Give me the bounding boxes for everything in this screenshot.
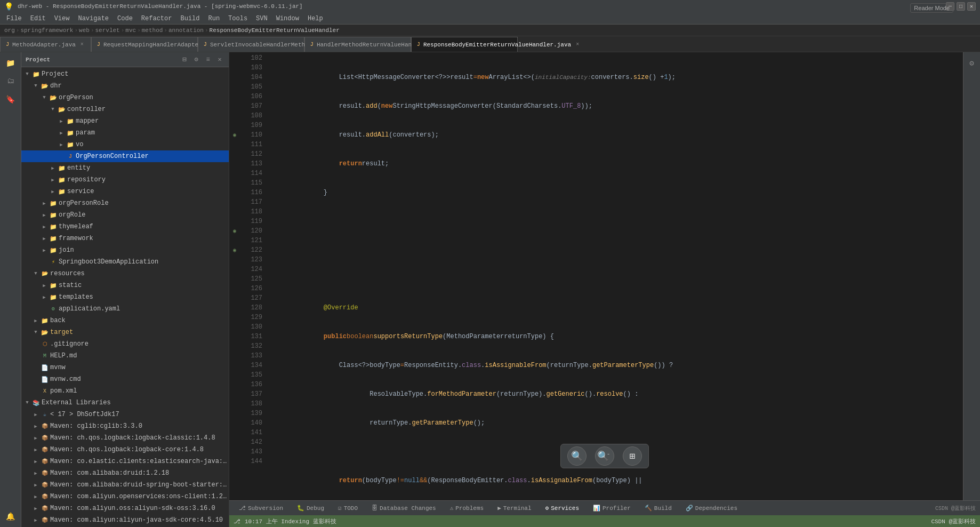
bookmarks-icon[interactable]: 🔖 bbox=[2, 91, 19, 108]
tree-item-maven-cglib[interactable]: 📦 Maven: cglib:cglib:3.3.0 bbox=[21, 420, 229, 432]
zoom-expand-button[interactable]: ⊞ bbox=[623, 446, 642, 466]
bottom-tab-todo[interactable]: ☑ TODO bbox=[333, 504, 363, 513]
tree-item-gitignore[interactable]: ⬡ .gitignore bbox=[21, 338, 229, 350]
tree-item-dhr[interactable]: 📂 dhr bbox=[21, 80, 229, 92]
bottom-tab-services[interactable]: ⚙ Services bbox=[540, 504, 584, 513]
tree-item-repository[interactable]: 📁 repository bbox=[21, 174, 229, 186]
tree-item-vo[interactable]: 📁 vo bbox=[21, 139, 229, 150]
sidebar-icon-close[interactable]: ✕ bbox=[215, 55, 224, 65]
tree-item-maven-druid[interactable]: 📦 Maven: com.alibaba:druid:1.2.18 bbox=[21, 467, 229, 479]
menu-navigate[interactable]: Navigate bbox=[74, 14, 113, 23]
menu-run[interactable]: Run bbox=[204, 14, 224, 23]
structure-icon[interactable]: 🗂 bbox=[2, 73, 19, 90]
bottom-tab-build[interactable]: 🔨 Build bbox=[639, 504, 677, 513]
editor-scroll[interactable]: ◉ ◉ ◉ bbox=[229, 52, 980, 500]
menu-code[interactable]: Code bbox=[113, 14, 137, 23]
sidebar-icon-settings[interactable]: ⚙ bbox=[191, 55, 201, 65]
menu-build[interactable]: Build bbox=[176, 14, 204, 23]
tree-item-framework[interactable]: 📁 framework bbox=[21, 233, 229, 244]
menu-tools[interactable]: Tools bbox=[224, 14, 252, 23]
bottom-tab-profiler[interactable]: 📊 Profiler bbox=[588, 504, 636, 513]
tab-close[interactable]: × bbox=[574, 41, 581, 48]
close-button[interactable]: ✕ bbox=[967, 2, 976, 11]
breadcrumb-web[interactable]: web bbox=[79, 27, 90, 34]
notifications-icon[interactable]: 🔔 bbox=[2, 508, 19, 525]
bottom-tab-problems[interactable]: ⚠ Problems bbox=[445, 504, 489, 513]
tree-item-maven-elastic[interactable]: 📦 Maven: co.elastic.clients:elasticsearc… bbox=[21, 456, 229, 467]
breadcrumb-file[interactable]: ResponseBodyEmitterReturnValueHandler bbox=[210, 27, 340, 34]
tab-request-mapping[interactable]: J RequestMappingHandlerAdapter.java × bbox=[91, 37, 198, 52]
bottom-tab-db-changes[interactable]: 🗄 Database Changes bbox=[366, 504, 441, 513]
menu-svn[interactable]: SVN bbox=[252, 14, 272, 23]
tree-item-external-libs[interactable]: 📚 External Libraries bbox=[21, 397, 229, 409]
tree-item-appyaml[interactable]: ⚙ application.yaml bbox=[21, 303, 229, 315]
gutter-140 bbox=[229, 418, 240, 428]
bottom-tab-debug[interactable]: 🐛 Debug bbox=[292, 504, 330, 513]
tab-handler-composite[interactable]: J HandlerMethodReturnValueHandlerComposi… bbox=[304, 37, 411, 52]
tree-item-maven-openservices[interactable]: 📦 Maven: com.aliyun.openservices:ons-cli… bbox=[21, 491, 229, 502]
tree-item-project[interactable]: 📁 Project bbox=[21, 68, 229, 80]
tab-close[interactable]: × bbox=[79, 41, 85, 48]
tree-item-mapper[interactable]: 📁 mapper bbox=[21, 115, 229, 127]
menu-refactor[interactable]: Refactor bbox=[137, 14, 176, 23]
tree-item-orgpersoncontroller[interactable]: J OrgPersonController bbox=[21, 150, 229, 162]
tree-item-back[interactable]: 📁 back bbox=[21, 315, 229, 326]
tree-item-helpmd[interactable]: M HELP.md bbox=[21, 350, 229, 362]
sidebar-header: Project ⊟ ⚙ ≡ ✕ bbox=[21, 52, 229, 67]
tree-item-maven-druid-spring[interactable]: 📦 Maven: com.alibaba:druid-spring-boot-s… bbox=[21, 479, 229, 491]
tree-item-maven-logback1[interactable]: 📦 Maven: ch.qos.logback:logback-classic:… bbox=[21, 432, 229, 444]
zoom-out-button[interactable]: 🔍- bbox=[595, 446, 614, 466]
tree-item-maven-oss[interactable]: 📦 Maven: com.aliyun.oss:aliyun-sdk-oss:3… bbox=[21, 502, 229, 514]
zoom-expand-icon: ⊞ bbox=[630, 450, 636, 462]
menu-help[interactable]: Help bbox=[303, 14, 327, 23]
zoom-in-button[interactable]: 🔍 bbox=[567, 446, 587, 466]
menu-edit[interactable]: Edit bbox=[26, 14, 50, 23]
tree-item-pomxml[interactable]: X pom.xml bbox=[21, 385, 229, 397]
right-strip: ⚙ bbox=[963, 52, 980, 500]
tab-response-body-emitter[interactable]: J ResponseBodyEmitterReturnValueHandler.… bbox=[411, 37, 518, 52]
tree-item-resources[interactable]: 📂 resources bbox=[21, 268, 229, 280]
tree-item-join[interactable]: 📁 join bbox=[21, 244, 229, 256]
tree-item-thymeleaf[interactable]: 📁 thymeleaf bbox=[21, 221, 229, 233]
breadcrumb-org[interactable]: org bbox=[4, 27, 15, 34]
tree-item-orgperson[interactable]: 📂 orgPerson bbox=[21, 92, 229, 103]
breadcrumb-annotation[interactable]: annotation bbox=[168, 27, 204, 34]
tree-item-mvnwcmd[interactable]: 📄 mvnw.cmd bbox=[21, 373, 229, 385]
tree-label: Maven: com.aliyun.openservices:ons-clien… bbox=[50, 493, 229, 500]
tree-item-springboot3app[interactable]: ⚡ Springboot3DemoApplication bbox=[21, 256, 229, 268]
bottom-tab-dependencies[interactable]: 🔗 Dependencies bbox=[680, 504, 743, 513]
tree-item-service[interactable]: 📁 service bbox=[21, 186, 229, 197]
bottom-tab-terminal[interactable]: ▶ Terminal bbox=[492, 504, 536, 513]
menu-window[interactable]: Window bbox=[272, 14, 303, 23]
tree-arrow bbox=[32, 516, 39, 524]
tree-item-maven-sdk-core[interactable]: 📦 Maven: com.aliyun:aliyun-java-sdk-core… bbox=[21, 514, 229, 526]
tree-item-param[interactable]: 📁 param bbox=[21, 127, 229, 139]
right-settings-icon[interactable]: ⚙ bbox=[963, 54, 981, 71]
tree-arrow bbox=[32, 317, 39, 324]
tree-item-controller[interactable]: 📂 controller bbox=[21, 103, 229, 115]
sidebar-icon-collapse[interactable]: ⊟ bbox=[180, 55, 189, 65]
tree-item-static[interactable]: 📁 static bbox=[21, 280, 229, 291]
tree-item-orgpersonrole[interactable]: 📁 orgPersonRole bbox=[21, 197, 229, 209]
tree-item-orgrole[interactable]: 📁 orgRole bbox=[21, 209, 229, 221]
tree-item-maven-logback2[interactable]: 📦 Maven: ch.qos.logback:logback-core:1.4… bbox=[21, 444, 229, 456]
gutter-135 bbox=[229, 370, 240, 380]
project-icon[interactable]: 📁 bbox=[2, 54, 19, 71]
tree-item-templates[interactable]: 📁 templates bbox=[21, 291, 229, 303]
menu-file[interactable]: File bbox=[2, 14, 26, 23]
tree-item-jdk[interactable]: ☕ < 17 > DhSoftJdk17 bbox=[21, 409, 229, 420]
breadcrumb-servlet[interactable]: servlet bbox=[95, 27, 119, 34]
bottom-tab-subversion[interactable]: ⎇ Subversion bbox=[234, 504, 288, 513]
sidebar-icon-expand[interactable]: ≡ bbox=[203, 55, 213, 65]
menu-view[interactable]: View bbox=[50, 14, 74, 23]
tree-item-entity[interactable]: 📁 entity bbox=[21, 162, 229, 174]
breadcrumb-mvc[interactable]: mvc bbox=[125, 27, 136, 34]
tab-servlet-invocable[interactable]: J ServletInvocableHandlerMethod.java × bbox=[198, 37, 304, 52]
tree-item-target[interactable]: 📂 target bbox=[21, 326, 229, 338]
tab-method-adapter[interactable]: J MethodAdapter.java × bbox=[0, 37, 91, 52]
breadcrumb-method[interactable]: method bbox=[142, 27, 163, 34]
breadcrumb-springframework[interactable]: springframework bbox=[20, 27, 73, 34]
tree-item-mvnw[interactable]: 📄 mvnw bbox=[21, 362, 229, 373]
code-editor[interactable]: List<HttpMessageConverter<?>> result = n… bbox=[266, 52, 963, 500]
maximize-button[interactable]: □ bbox=[957, 2, 965, 11]
